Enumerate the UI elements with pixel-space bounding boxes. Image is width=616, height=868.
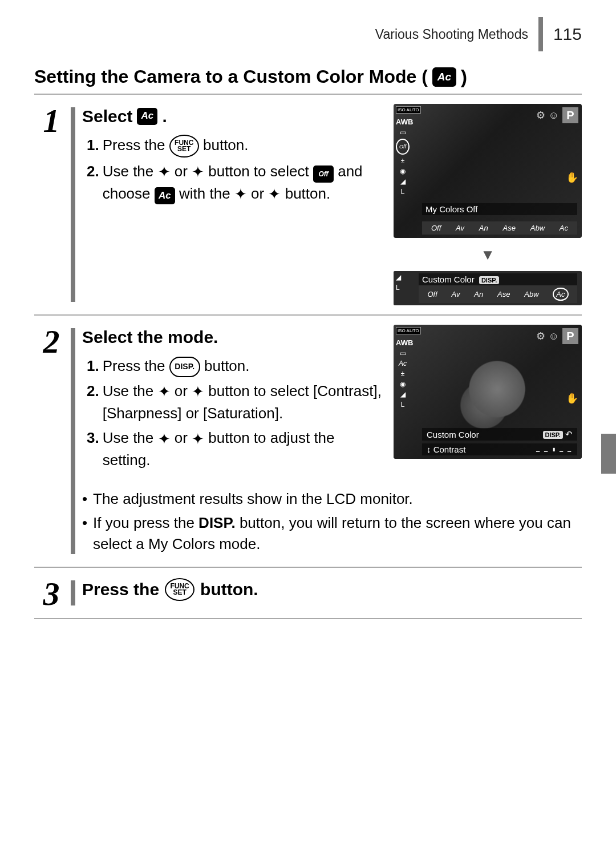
side-tab <box>601 434 616 474</box>
step-3-heading: Press the FUNC SET button. <box>82 577 582 602</box>
step-divider <box>71 328 75 554</box>
mycolors-ac-icon: Ac <box>396 360 410 368</box>
shake-icon: ✋ <box>566 171 578 184</box>
contrast-slider: ▁ ▁ ▮ ▁ ▁ <box>536 447 573 452</box>
mycolors-off-selected-icon: Off <box>396 139 410 155</box>
updown-icon: ↕ <box>427 445 431 454</box>
up-arrow-icon: ✦ <box>158 162 171 183</box>
header-divider <box>538 17 543 51</box>
title-close-paren: ) <box>461 66 467 88</box>
disp-badge: DISP. <box>543 431 563 439</box>
func-set-button-icon: FUNC SET <box>165 578 194 601</box>
shake-icon: ✋ <box>566 392 578 405</box>
exposure-icon: ± <box>396 370 410 378</box>
step-3-number: 3 <box>34 577 68 609</box>
mycolors-off-label: My Colors Off <box>422 203 577 215</box>
quality-icon: ◢ <box>396 390 410 398</box>
custom-color-icon: Ac <box>432 67 456 87</box>
step-2-number: 2 <box>34 325 68 558</box>
custom-color-icon: Ac <box>155 187 175 204</box>
right-arrow-icon: ✦ <box>268 184 281 205</box>
p-mode-icon: P <box>562 328 578 344</box>
quality-icon: ◢ <box>396 177 410 185</box>
size-l-icon: L <box>396 401 410 409</box>
page-title: Setting the Camera to a Custom Color Mod… <box>34 66 582 88</box>
step-divider <box>71 107 75 302</box>
mycolors-options-row: Off Av An Ase Abw Ac <box>422 221 577 235</box>
step-1-number: 1 <box>34 104 68 305</box>
step-1: 1 Select Ac . 1. Press the FUNC SET butt… <box>34 95 582 316</box>
face-icon: ☺ <box>549 330 559 342</box>
custom-color-label: Custom Color <box>427 430 479 439</box>
down-arrow-icon: ✦ <box>192 381 204 403</box>
size-l-icon: L <box>396 284 401 292</box>
down-arrow-icon: ✦ <box>192 162 204 183</box>
step-2-bullet-1: The adjustment results show in the LCD m… <box>93 488 413 510</box>
camera-lcd-screenshot-1: ISO AUTO ⚙ ☺ P AWB ▭ Off ± ◉ ◢ L <box>394 104 582 238</box>
disp-text: DISP. <box>198 514 236 531</box>
quality-icon: ◢ <box>396 273 401 281</box>
iso-indicator: ISO AUTO <box>396 327 421 334</box>
awb-icon: AWB <box>396 338 410 347</box>
size-l-icon: L <box>396 188 410 196</box>
step-divider <box>71 580 75 605</box>
disp-button-icon: DISP. <box>169 357 200 377</box>
exposure-icon: ± <box>396 157 410 165</box>
camera-lcd-screenshot-2: ◢ L Custom Color DISP. Off Av An Ase Abw… <box>394 271 582 305</box>
metering-icon: ◉ <box>396 167 410 175</box>
return-icon: ↶ <box>565 429 573 439</box>
metering-icon: ◉ <box>396 380 410 388</box>
bullet-icon: • <box>82 488 87 510</box>
steps-container: 1 Select Ac . 1. Press the FUNC SET butt… <box>34 94 582 619</box>
gear-icon: ⚙ <box>536 109 545 122</box>
down-arrow-icon: ▼ <box>480 246 495 264</box>
right-arrow-icon: ✦ <box>192 429 204 450</box>
awb-icon: AWB <box>396 118 410 126</box>
p-mode-icon: P <box>562 107 578 123</box>
section-label: Various Shooting Methods <box>375 27 528 42</box>
title-text: Setting the Camera to a Custom Color Mod… <box>34 66 428 87</box>
left-arrow-icon: ✦ <box>158 429 171 450</box>
disp-badge: DISP. <box>479 276 499 284</box>
step-1-heading: Select Ac . <box>82 104 384 129</box>
up-arrow-icon: ✦ <box>158 381 171 403</box>
face-icon: ☺ <box>549 110 559 122</box>
step-2-heading: Select the mode. <box>82 325 384 350</box>
custom-color-options-row: Off Av An Ase Abw Ac <box>419 285 577 303</box>
off-icon: Off <box>313 165 334 183</box>
drive-icon: ▭ <box>396 349 410 357</box>
iso-indicator: ISO AUTO <box>396 106 421 114</box>
func-set-button-icon: FUNC SET <box>169 135 199 158</box>
step-3: 3 Press the FUNC SET button. <box>34 568 582 619</box>
drive-icon: ▭ <box>396 128 410 136</box>
page-number: 115 <box>553 25 582 44</box>
custom-color-icon: Ac <box>137 108 157 125</box>
gear-icon: ⚙ <box>536 330 545 342</box>
left-arrow-icon: ✦ <box>234 184 247 205</box>
contrast-label: Contrast <box>433 445 466 454</box>
custom-color-label: Custom Color <box>422 274 475 284</box>
step-2: 2 Select the mode. 1. Press the DISP. bu… <box>34 316 582 568</box>
page-header: Various Shooting Methods 115 <box>34 17 582 51</box>
camera-lcd-screenshot-3: ISO AUTO ⚙ ☺ P AWB ▭ Ac ± ◉ ◢ <box>394 325 582 459</box>
bullet-icon: • <box>82 512 87 555</box>
